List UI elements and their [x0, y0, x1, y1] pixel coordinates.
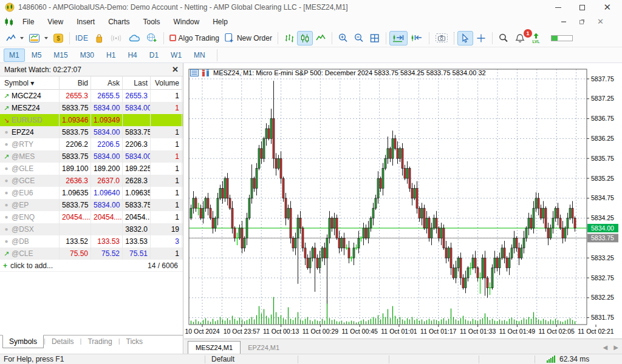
add-symbol-row[interactable]: + click to add... 14 / 6006: [0, 260, 183, 272]
column-header-symbol[interactable]: Symbol ▾: [0, 76, 60, 90]
market-watch-row[interactable]: ↗@MES5833.755834.005834.001: [0, 150, 183, 163]
market-watch-row[interactable]: ●@GLE189.100189.200189.2251: [0, 163, 183, 175]
menu-window[interactable]: Window: [167, 16, 207, 28]
maximize-button[interactable]: [579, 5, 585, 10]
menu-insert[interactable]: Insert: [70, 16, 101, 28]
child-close-button[interactable]: ✕: [597, 19, 604, 24]
market-watch-row[interactable]: ●@GCE2636.32637.02628.31: [0, 175, 183, 187]
timeframe-m15[interactable]: M15: [48, 49, 73, 62]
market-watch-row[interactable]: ●@DB133.52133.53133.533: [0, 235, 183, 248]
volume-slider[interactable]: [551, 35, 573, 41]
menu-file[interactable]: File: [16, 16, 41, 28]
zoom-out-button[interactable]: [351, 31, 367, 46]
child-restore-button[interactable]: [579, 20, 584, 24]
timeframe-mn[interactable]: MN: [188, 49, 211, 62]
cloud-button[interactable]: [125, 31, 143, 46]
chart-window-button[interactable]: [3, 31, 26, 46]
timeframe-h1[interactable]: H1: [101, 49, 121, 62]
line-chart-icon: [5, 33, 16, 43]
market-watch-row[interactable]: ↗MESZ245833.755834.005834.001: [0, 102, 183, 114]
algo-trading-toggle[interactable]: Algo Trading: [167, 31, 222, 46]
market-watch-row[interactable]: ↗@CLE75.5075.5275.511: [0, 248, 183, 260]
tab-scroll-left-icon[interactable]: ◀: [603, 344, 608, 351]
svg-text:11 Oct 02:05: 11 Oct 02:05: [539, 328, 575, 335]
panel-tab-symbols[interactable]: Symbols: [2, 335, 44, 348]
deposit-button[interactable]: $: [50, 31, 66, 46]
timeframe-m1[interactable]: M1: [4, 49, 25, 62]
last-value: 1.09635: [123, 187, 151, 199]
chart-tab-mesz24-m1[interactable]: MESZ24,M1: [188, 341, 241, 354]
zoom-in-button[interactable]: [335, 31, 351, 46]
ask-value: 5834.00: [91, 199, 123, 211]
new-order-button[interactable]: New Order: [222, 31, 275, 46]
status-profile[interactable]: Default: [211, 355, 234, 363]
minimize-button[interactable]: [555, 7, 561, 8]
panel-tab-ticks[interactable]: Ticks: [120, 335, 149, 348]
market-watch-row[interactable]: ●@DSX3832.019: [0, 223, 183, 235]
one-click-trading-icon[interactable]: [190, 69, 199, 76]
svg-text:5833.25: 5833.25: [591, 254, 614, 261]
timeframe-m30[interactable]: M30: [75, 49, 100, 62]
column-header-volume[interactable]: Volume: [151, 76, 182, 90]
bar-chart-type-button[interactable]: [281, 31, 297, 46]
notifications-button[interactable]: 1: [511, 31, 528, 46]
market-watch-row[interactable]: ↗MGCZ242655.32655.52655.31: [0, 90, 183, 102]
ide-button[interactable]: IDE: [73, 31, 91, 46]
vol-value: 1: [151, 211, 182, 223]
market-watch-row[interactable]: ●@RTY2206.22206.52206.31: [0, 138, 183, 150]
profiles-button[interactable]: [26, 31, 50, 46]
market-watch-row[interactable]: ↘EURUSD1.093461.09349: [0, 114, 183, 126]
menu-view[interactable]: View: [41, 16, 70, 28]
close-button[interactable]: ✕: [603, 4, 611, 10]
symbol-name: MESZ24: [12, 102, 40, 114]
market-watch-close-icon[interactable]: ✕: [172, 67, 179, 73]
timeframe-m5[interactable]: M5: [26, 49, 47, 62]
community-button[interactable]: [143, 31, 160, 46]
column-header-bid[interactable]: Bid: [60, 76, 91, 90]
menu-tools[interactable]: Tools: [137, 16, 167, 28]
market-button[interactable]: [91, 31, 107, 46]
symbol-count: 14 / 6006: [148, 261, 183, 270]
market-watch-row[interactable]: ●@EP5833.755834.005833.751: [0, 199, 183, 211]
price-chart[interactable]: 5837.755837.255836.755836.255835.755835.…: [184, 63, 622, 339]
menu-charts[interactable]: Charts: [101, 16, 136, 28]
market-watch-row[interactable]: ●@ENQ20454....20454....20454....1: [0, 211, 183, 223]
vol-value: [151, 114, 182, 126]
volume-slider-fill: [552, 36, 558, 41]
bid-value: 1.09346: [60, 114, 91, 126]
status-bar: For Help, press F1 Default 62.34 ms: [0, 354, 622, 364]
timeframe-d1[interactable]: D1: [144, 49, 164, 62]
connection-status[interactable]: 62.34 ms: [547, 355, 589, 363]
child-minimize-button[interactable]: [561, 21, 566, 22]
chart-tab-scroll: ◀ ▶: [603, 344, 618, 351]
panel-tab-details[interactable]: Details: [46, 335, 80, 348]
depth-chart-icon[interactable]: [202, 69, 210, 76]
tab-scroll-right-icon[interactable]: ▶: [613, 344, 618, 351]
last-value: 5834.00: [123, 102, 151, 114]
market-watch-row[interactable]: ●@EU61.096351.096401.096351: [0, 187, 183, 199]
search-button[interactable]: [496, 31, 511, 46]
signals-button[interactable]: [107, 31, 125, 46]
column-header-last[interactable]: Last: [123, 76, 151, 90]
panel-tab-trading[interactable]: Trading: [81, 335, 118, 348]
zoom-in-icon: [338, 33, 349, 43]
symbol-name: MGCZ24: [12, 90, 41, 102]
crosshair-button[interactable]: [473, 31, 489, 46]
tile-windows-button[interactable]: [367, 31, 383, 46]
line-chart-type-button[interactable]: [313, 31, 329, 46]
trend-up-icon: ↗: [1, 90, 12, 102]
chart-shift-button[interactable]: [408, 31, 426, 46]
timeframe-h4[interactable]: H4: [122, 49, 142, 62]
crosshair-icon: [476, 33, 487, 43]
cursor-button[interactable]: [457, 31, 473, 46]
timeframe-w1[interactable]: W1: [165, 49, 187, 62]
trend-up-icon: ↗: [1, 150, 12, 163]
chart-tab-epz24-m1[interactable]: EPZ24,M1: [241, 342, 287, 354]
column-header-ask[interactable]: Ask: [91, 76, 123, 90]
market-watch-row[interactable]: ●EPZ245833.755834.005833.751: [0, 126, 183, 138]
candlestick-type-button[interactable]: [297, 31, 313, 46]
auto-scroll-button[interactable]: [389, 31, 408, 46]
screenshot-button[interactable]: [432, 31, 451, 46]
menu-help[interactable]: Help: [206, 16, 234, 28]
symbol-name: @CLE: [12, 248, 33, 260]
